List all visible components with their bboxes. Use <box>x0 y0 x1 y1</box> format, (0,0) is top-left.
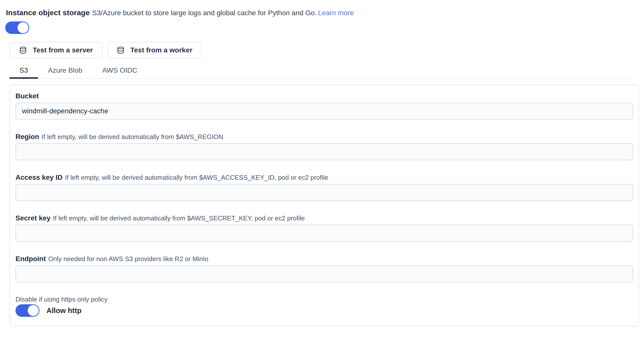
storage-provider-tabs: S3 Azure Blob AWS OIDC <box>10 65 634 79</box>
region-hint: If left empty, will be derived automatic… <box>42 133 223 141</box>
bucket-label: Bucket <box>16 92 39 100</box>
instance-settings-page: Instance object storageS3/Azure bucket t… <box>0 0 644 338</box>
allow-http-toggle[interactable] <box>16 304 40 317</box>
endpoint-label: Endpoint <box>16 255 46 263</box>
tab-azure-blob[interactable]: Azure Blob <box>38 65 92 78</box>
test-from-worker-button[interactable]: Test from a worker <box>108 42 202 58</box>
access-key-id-input[interactable] <box>16 184 633 201</box>
secret-key-label: Secret key <box>16 214 50 222</box>
learn-more-link[interactable]: Learn more <box>318 9 354 17</box>
bucket-input[interactable] <box>16 103 633 120</box>
endpoint-field-group: EndpointOnly needed for non AWS S3 provi… <box>16 255 633 282</box>
secret-key-input[interactable] <box>16 225 633 242</box>
test-buttons-row: Test from a server Test from a worker <box>10 42 644 58</box>
access-key-id-hint: If left empty, will be derived automatic… <box>65 174 328 181</box>
allow-http-note: Disable if using https only policy <box>16 295 633 303</box>
endpoint-hint: Only needed for non AWS S3 providers lik… <box>48 255 208 263</box>
secret-key-hint: If left empty, will be derived automatic… <box>53 214 305 222</box>
region-input[interactable] <box>16 143 633 160</box>
toggle-knob <box>28 305 39 316</box>
bucket-field-group: Bucket <box>16 92 633 120</box>
test-from-server-label: Test from a server <box>33 46 93 54</box>
s3-settings-panel: Bucket RegionIf left empty, will be deri… <box>10 84 639 326</box>
test-from-server-button[interactable]: Test from a server <box>10 42 102 58</box>
access-key-id-field-group: Access key IDIf left empty, will be deri… <box>16 173 633 201</box>
region-label: Region <box>16 133 39 141</box>
instance-object-storage-toggle[interactable] <box>5 21 29 34</box>
database-icon <box>117 46 124 54</box>
page-title: Instance object storage <box>6 8 90 17</box>
tab-aws-oidc[interactable]: AWS OIDC <box>92 65 148 78</box>
tab-s3[interactable]: S3 <box>10 65 38 78</box>
toggle-knob <box>18 22 28 33</box>
access-key-id-label: Access key ID <box>16 173 62 181</box>
database-icon <box>19 46 27 54</box>
allow-http-label: Allow http <box>46 307 82 315</box>
region-field-group: RegionIf left empty, will be derived aut… <box>16 133 633 160</box>
allow-http-section: Disable if using https only policy Allow… <box>16 295 633 317</box>
secret-key-field-group: Secret keyIf left empty, will be derived… <box>16 214 633 242</box>
test-from-worker-label: Test from a worker <box>130 46 192 54</box>
header: Instance object storageS3/Azure bucket t… <box>0 0 644 18</box>
endpoint-input[interactable] <box>16 265 633 282</box>
page-description: S3/Azure bucket to store large logs and … <box>92 9 316 17</box>
